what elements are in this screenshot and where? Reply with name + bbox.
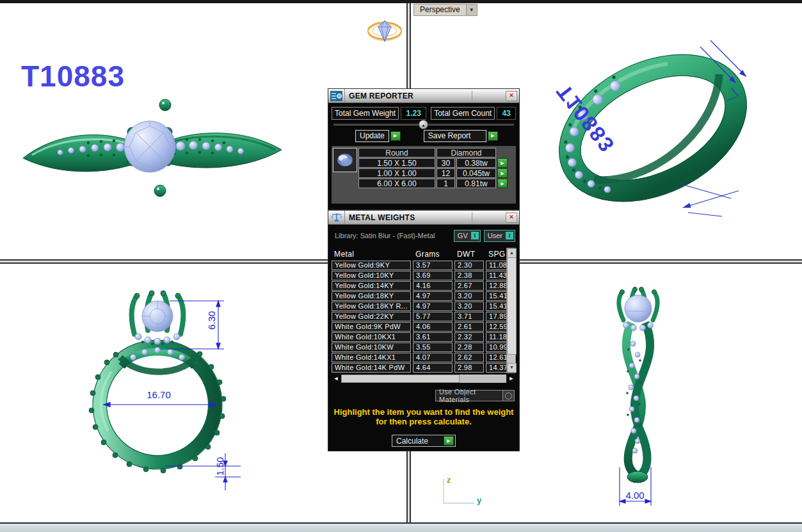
metal-weights-close-button[interactable]: ✕ <box>506 213 517 223</box>
metal-table-row[interactable]: Yellow Gold:14KY4.162.6712.88 <box>332 281 506 291</box>
gem-cell-size: 1.00 X 1.00 <box>358 168 435 178</box>
metal-table-row[interactable]: Yellow Gold:18KY R...4.973.2015.41 <box>332 302 506 311</box>
gem-cell-count: 1 <box>437 179 455 188</box>
col-grams[interactable]: Grams <box>413 250 453 259</box>
metal-cell-spg: 11.43 <box>486 271 506 280</box>
gem-row-go-button[interactable]: ▶ <box>497 168 508 178</box>
update-go-button[interactable]: ▶ <box>390 131 401 141</box>
gem-reporter-close-button[interactable]: ✕ <box>506 91 517 101</box>
gem-reporter-title: GEM REPORTER <box>345 92 506 101</box>
vscroll-thumb[interactable] <box>507 257 517 355</box>
save-report-go-button[interactable]: ▶ <box>488 131 498 141</box>
gv-toggle-state[interactable]: I <box>471 232 479 239</box>
instruction-line1: Highlight the item you want to find the … <box>328 407 519 417</box>
metal-cell-dwt: 2.62 <box>454 353 484 362</box>
metal-table-row[interactable]: White Gold:10KX13.612.3211.18 <box>332 332 506 342</box>
panel-collapse-slider[interactable]: ▲ <box>333 120 514 129</box>
metal-cell-dwt: 2.28 <box>454 343 484 352</box>
metal-table-row[interactable]: White Gold:10KW3.552.2810.99 <box>332 343 506 352</box>
metal-cell-grams: 3.55 <box>413 343 453 352</box>
gem-table-row[interactable]: 1.00 X 1.00120.045tw▶ <box>358 168 515 178</box>
gem-shape-icon[interactable] <box>333 148 357 172</box>
gem-table-header: Round Diamond <box>358 148 515 157</box>
user-toggle-state[interactable]: I <box>506 232 513 239</box>
metal-cell-name: Yellow Gold:22KY <box>332 312 411 321</box>
gv-toggle-button[interactable]: GV I <box>454 230 481 242</box>
user-toggle-button[interactable]: User I <box>484 230 515 242</box>
gem-cell-size: 6.00 X 6.00 <box>358 179 435 188</box>
metal-table-row[interactable]: White Gold:9K PdW4.062.6112.59 <box>332 322 506 332</box>
metal-table-row[interactable]: White Gold:14KX14.072.6212.61 <box>332 353 506 362</box>
titlebar-separator <box>472 91 472 101</box>
ring-side-view-render <box>19 96 288 208</box>
metal-cell-spg: 17.89 <box>486 312 506 321</box>
gem-row-go-button[interactable]: ▶ <box>497 158 508 168</box>
uom-circle-icon <box>505 392 512 399</box>
metal-cell-grams: 3.61 <box>413 332 453 342</box>
hscroll-track[interactable] <box>341 375 506 383</box>
metal-table-hscrollbar[interactable]: ◄ ► <box>332 374 516 383</box>
hscroll-thumb[interactable] <box>341 375 460 383</box>
metal-table-row[interactable]: White Gold:14K PdW4.642.9814.37 <box>332 363 506 373</box>
metal-cell-spg: 11.08 <box>486 261 506 270</box>
axis-y-label: y <box>477 496 481 505</box>
col-dwt[interactable]: DWT <box>454 250 484 259</box>
metal-cell-grams: 4.97 <box>413 302 453 311</box>
gem-cell-weight: 0.81tw <box>456 179 496 188</box>
save-report-button[interactable]: Save Report <box>424 130 486 142</box>
collapse-knob-icon[interactable]: ▲ <box>419 120 428 129</box>
gem-shape-header: Round <box>358 148 435 157</box>
metal-cell-spg: 12.61 <box>486 353 506 362</box>
use-object-materials-dropdown[interactable]: Use Object Materials <box>435 390 515 401</box>
metal-cell-name: Yellow Gold:10KY <box>332 271 411 280</box>
metal-cell-grams: 4.07 <box>413 353 453 362</box>
viewport-title-label[interactable]: Perspective <box>413 4 467 16</box>
update-button[interactable]: Update <box>355 130 389 142</box>
gem-row-go-button[interactable]: ▶ <box>497 179 508 188</box>
metal-cell-dwt: 2.32 <box>454 332 484 342</box>
metal-cell-dwt: 2.30 <box>454 261 484 270</box>
metal-weights-icon <box>328 211 345 224</box>
calculate-button[interactable]: Calculate ▶ <box>392 435 456 447</box>
calculate-go-button[interactable]: ▶ <box>444 436 454 446</box>
metal-weights-titlebar[interactable]: METAL WEIGHTS ✕ <box>328 211 519 225</box>
gem-reporter-titlebar[interactable]: GEM REPORTER ✕ <box>328 89 519 103</box>
metal-cell-name: Yellow Gold:9KY <box>332 261 411 270</box>
metal-cell-name: White Gold:9K PdW <box>332 322 411 332</box>
scroll-down-icon[interactable]: ▼ <box>507 363 517 373</box>
model-number-label: T10883 <box>21 59 125 93</box>
user-label: User <box>488 232 502 239</box>
gem-table-row[interactable]: 1.50 X 1.50300.38tw▶ <box>358 158 515 168</box>
status-bar <box>0 524 802 532</box>
instruction-text: Highlight the item you want to find the … <box>328 407 519 426</box>
metal-cell-grams: 4.06 <box>413 322 453 332</box>
gem-table-rows: 1.50 X 1.50300.38tw▶1.00 X 1.00120.045tw… <box>358 158 515 188</box>
dim-shank-thickness: 1.50 <box>214 453 225 481</box>
col-spg[interactable]: SPG <box>486 250 506 259</box>
gem-cell-size: 1.50 X 1.50 <box>358 158 435 168</box>
scroll-left-icon[interactable]: ◄ <box>332 375 341 383</box>
metal-cell-name: White Gold:14KX1 <box>332 353 411 362</box>
metal-cell-dwt: 3.20 <box>454 291 484 301</box>
metal-cell-dwt: 2.98 <box>454 363 484 373</box>
metal-table-vscrollbar[interactable]: ▲ ▼ <box>506 248 516 373</box>
viewport-title-tab[interactable]: Perspective ▼ <box>413 4 477 16</box>
viewport-dropdown-arrow-icon[interactable]: ▼ <box>467 4 477 16</box>
metal-table-row[interactable]: Yellow Gold:22KY5.773.7117.89 <box>332 312 506 321</box>
ring-cursor-icon <box>366 17 403 44</box>
gem-reporter-buttons-row: Update ▶ Save Report ▶ <box>355 129 513 142</box>
uom-toggle-cell[interactable] <box>502 391 514 401</box>
metal-table-row[interactable]: Yellow Gold:18KY4.973.2015.41 <box>332 291 506 301</box>
scroll-right-icon[interactable]: ► <box>507 375 516 383</box>
metal-table-row[interactable]: Yellow Gold:9KY3.572.3011.08 <box>332 261 506 270</box>
application-window: Perspective ▼ T10883 <box>0 0 802 532</box>
gem-table-row[interactable]: 6.00 X 6.0010.81tw▶ <box>358 179 515 188</box>
use-object-materials-label: Use Object Materials <box>439 388 502 403</box>
instruction-line2: for then press calculate. <box>328 417 519 426</box>
col-metal[interactable]: Metal <box>332 250 411 259</box>
scroll-up-icon[interactable]: ▲ <box>507 248 517 258</box>
metal-table-row[interactable]: Yellow Gold:10KY3.692.3811.43 <box>332 271 506 280</box>
metal-cell-name: Yellow Gold:18KY R... <box>332 302 411 311</box>
gem-cell-count: 30 <box>437 158 455 168</box>
metal-cell-grams: 3.69 <box>413 271 453 280</box>
